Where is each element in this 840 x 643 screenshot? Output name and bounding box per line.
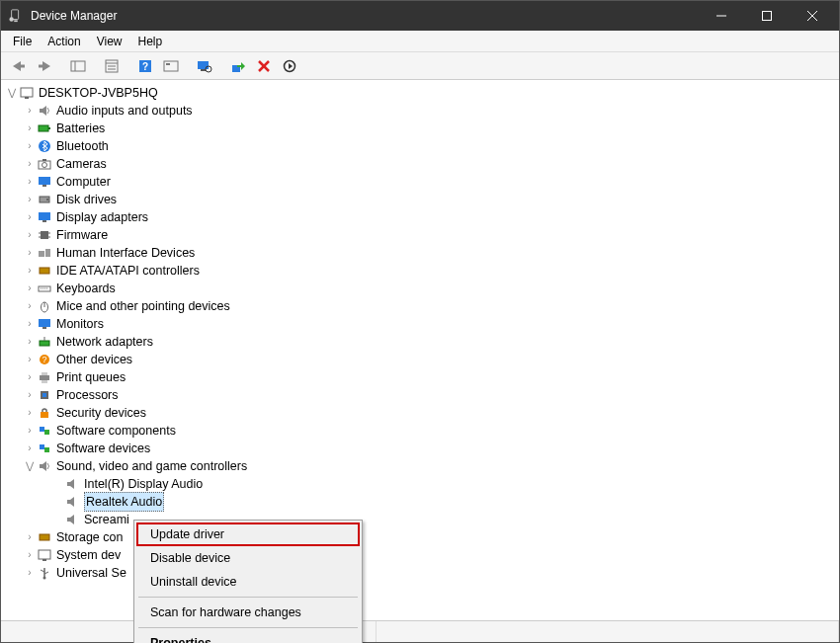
tree-device-intel-display-audio[interactable]: Intel(R) Display Audio bbox=[1, 475, 839, 493]
tree-category-ide-ata[interactable]: ›IDE ATA/ATAPI controllers bbox=[1, 262, 839, 280]
window-controls bbox=[703, 1, 839, 31]
ctx-separator bbox=[138, 627, 358, 628]
ctx-properties[interactable]: Properties bbox=[136, 631, 360, 643]
expand-arrow-icon[interactable]: › bbox=[23, 386, 37, 404]
expand-arrow-icon[interactable]: › bbox=[23, 244, 37, 262]
tree-label: Display adapters bbox=[56, 208, 148, 226]
tree-category-display-adapters[interactable]: ›Display adapters bbox=[1, 208, 839, 226]
expand-arrow-icon[interactable]: › bbox=[23, 120, 37, 137]
legacy-hardware-icon[interactable] bbox=[159, 55, 183, 77]
tree-category-cameras[interactable]: ›Cameras bbox=[1, 155, 839, 173]
device-tree[interactable]: ⋁ DESKTOP-JVBP5HQ ›Audio inputs and outp… bbox=[1, 80, 839, 620]
disable-icon[interactable] bbox=[278, 55, 301, 77]
ctx-disable-device[interactable]: Disable device bbox=[136, 546, 360, 570]
tree-root[interactable]: ⋁ DESKTOP-JVBP5HQ bbox=[1, 84, 839, 102]
expand-arrow-icon[interactable]: › bbox=[23, 528, 37, 546]
uninstall-icon[interactable] bbox=[252, 55, 276, 77]
back-button-icon[interactable] bbox=[7, 55, 31, 77]
tree-category-disk-drives[interactable]: ›Disk drives bbox=[1, 191, 839, 208]
expand-arrow-icon[interactable]: › bbox=[23, 422, 37, 440]
menu-action[interactable]: Action bbox=[40, 33, 88, 50]
collapse-arrow-icon[interactable]: ⋁ bbox=[23, 457, 37, 475]
tree-category-processors[interactable]: ›Processors bbox=[1, 386, 839, 404]
tree-category-print-queues[interactable]: ›Print queues bbox=[1, 368, 839, 386]
tree-category-firmware[interactable]: ›Firmware bbox=[1, 226, 839, 244]
forward-button-icon[interactable] bbox=[33, 55, 56, 77]
expand-arrow-icon[interactable]: › bbox=[23, 564, 37, 582]
svg-rect-31 bbox=[21, 88, 33, 97]
tree-category-batteries[interactable]: ›Batteries bbox=[1, 120, 839, 137]
ctx-uninstall-device[interactable]: Uninstall device bbox=[136, 570, 360, 594]
tree-category-hid[interactable]: ›Human Interface Devices bbox=[1, 244, 839, 262]
expand-arrow-icon[interactable]: › bbox=[23, 208, 37, 226]
menu-view[interactable]: View bbox=[89, 33, 130, 50]
display-adapter-icon bbox=[37, 209, 52, 225]
update-driver-icon[interactable] bbox=[226, 55, 250, 77]
help-icon[interactable]: ? bbox=[133, 55, 157, 77]
tree-category-system-devices[interactable]: ›System dev bbox=[1, 546, 839, 564]
svg-rect-59 bbox=[42, 327, 46, 329]
speaker-icon bbox=[37, 458, 52, 474]
svg-rect-60 bbox=[40, 341, 49, 346]
tree-category-keyboards[interactable]: ›Keyboards bbox=[1, 280, 839, 297]
svg-rect-51 bbox=[39, 251, 44, 257]
tree-label: Audio inputs and outputs bbox=[56, 102, 193, 120]
expand-arrow-icon[interactable]: › bbox=[23, 315, 37, 333]
root-label: DESKTOP-JVBP5HQ bbox=[39, 84, 158, 102]
minimize-button[interactable] bbox=[703, 1, 748, 31]
tree-category-monitors[interactable]: ›Monitors bbox=[1, 315, 839, 333]
svg-point-82 bbox=[43, 577, 46, 580]
tree-category-software-components[interactable]: ›Software components bbox=[1, 422, 839, 440]
expand-arrow-icon[interactable]: › bbox=[23, 226, 37, 244]
svg-rect-34 bbox=[39, 125, 48, 131]
maximize-button[interactable] bbox=[748, 1, 794, 31]
svg-rect-4 bbox=[763, 12, 772, 21]
show-hide-console-icon[interactable] bbox=[66, 55, 90, 77]
menu-file[interactable]: File bbox=[5, 33, 40, 50]
properties-icon[interactable] bbox=[100, 55, 124, 77]
tree-label: Cameras bbox=[56, 155, 107, 173]
expand-arrow-icon[interactable]: › bbox=[23, 440, 37, 457]
tree-category-bluetooth[interactable]: ›Bluetooth bbox=[1, 137, 839, 155]
tree-category-sound-video-game[interactable]: ⋁Sound, video and game controllers bbox=[1, 457, 839, 475]
tree-category-network-adapters[interactable]: ›Network adapters bbox=[1, 333, 839, 351]
expand-arrow-icon[interactable]: › bbox=[23, 280, 37, 297]
menu-help[interactable]: Help bbox=[130, 33, 171, 50]
close-button[interactable] bbox=[794, 1, 839, 31]
tree-category-mice[interactable]: ›Mice and other pointing devices bbox=[1, 297, 839, 315]
expand-arrow-icon[interactable]: › bbox=[23, 262, 37, 280]
expand-arrow-icon[interactable]: › bbox=[23, 368, 37, 386]
tree-category-computer[interactable]: ›Computer bbox=[1, 173, 839, 191]
tree-category-security-devices[interactable]: ›Security devices bbox=[1, 404, 839, 422]
expand-arrow-icon[interactable]: › bbox=[23, 333, 37, 351]
tree-label: Other devices bbox=[56, 351, 132, 368]
tree-label: Screami bbox=[84, 511, 129, 528]
expand-arrow-icon[interactable]: › bbox=[23, 191, 37, 208]
svg-marker-75 bbox=[67, 479, 74, 489]
tree-category-universal-serial[interactable]: ›Universal Se bbox=[1, 564, 839, 582]
printer-icon bbox=[37, 369, 52, 385]
tree-category-audio-inputs-outputs[interactable]: ›Audio inputs and outputs bbox=[1, 102, 839, 120]
svg-rect-80 bbox=[42, 559, 46, 561]
collapse-arrow-icon[interactable]: ⋁ bbox=[5, 84, 19, 102]
ctx-update-driver[interactable]: Update driver bbox=[136, 522, 360, 546]
tree-device-screami[interactable]: Screami bbox=[1, 511, 839, 528]
expand-arrow-icon[interactable]: › bbox=[23, 297, 37, 315]
tree-category-storage[interactable]: ›Storage con bbox=[1, 528, 839, 546]
svg-rect-71 bbox=[44, 430, 49, 435]
svg-rect-20 bbox=[166, 63, 170, 65]
expand-arrow-icon[interactable]: › bbox=[23, 102, 37, 120]
expand-arrow-icon[interactable]: › bbox=[23, 404, 37, 422]
expand-arrow-icon[interactable]: › bbox=[23, 546, 37, 564]
tree-device-realtek-audio[interactable]: Realtek Audio bbox=[1, 493, 839, 511]
scan-hardware-icon[interactable] bbox=[193, 55, 216, 77]
tree-category-other-devices[interactable]: ›?Other devices bbox=[1, 351, 839, 368]
expand-arrow-icon[interactable]: › bbox=[23, 173, 37, 191]
svg-marker-33 bbox=[40, 106, 46, 116]
expand-arrow-icon[interactable]: › bbox=[23, 351, 37, 368]
tree-category-software-devices[interactable]: ›Software devices bbox=[1, 440, 839, 457]
expand-arrow-icon[interactable]: › bbox=[23, 137, 37, 155]
speaker-icon bbox=[64, 494, 80, 510]
expand-arrow-icon[interactable]: › bbox=[23, 155, 37, 173]
ctx-scan-hardware[interactable]: Scan for hardware changes bbox=[136, 601, 360, 624]
